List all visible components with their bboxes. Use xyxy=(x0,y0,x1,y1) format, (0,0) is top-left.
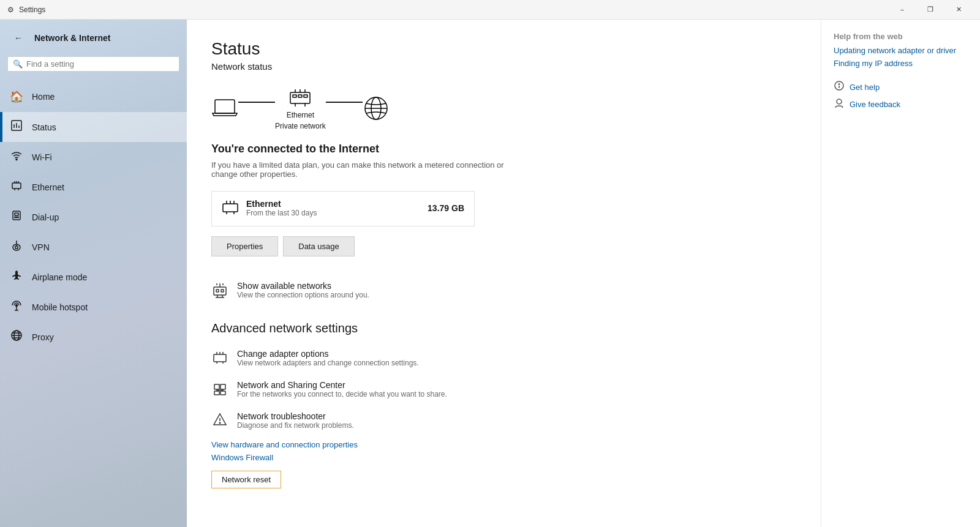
sidebar-item-proxy[interactable]: Proxy xyxy=(0,322,187,352)
sidebar-item-label-proxy: Proxy xyxy=(32,332,54,342)
home-label: Home xyxy=(32,92,55,102)
sharing-subtitle: For the networks you connect to, decide … xyxy=(237,390,447,398)
sidebar-item-label-status: Status xyxy=(32,122,56,132)
advanced-settings-heading: Advanced network settings xyxy=(211,321,796,335)
svg-rect-34 xyxy=(304,95,307,97)
network-reset-button[interactable]: Network reset xyxy=(211,471,281,488)
sharing-text: Network and Sharing Center For the netwo… xyxy=(237,380,447,398)
wifi-icon xyxy=(10,149,23,165)
data-amount: 13.79 GB xyxy=(428,203,464,213)
network-diagram: Ethernet Private network xyxy=(211,86,796,130)
help-web-section: Help from the web Updating network adapt… xyxy=(834,32,968,68)
ethernet-diagram-label: Ethernet xyxy=(287,111,314,119)
ethernet-small-icon xyxy=(222,199,239,217)
data-box-left: Ethernet From the last 30 days xyxy=(222,199,317,217)
windows-firewall-link[interactable]: Windows Firewall xyxy=(211,453,796,462)
troubleshooter-item[interactable]: Network troubleshooter Diagnose and fix … xyxy=(211,405,796,436)
svg-point-69 xyxy=(839,84,840,85)
svg-rect-5 xyxy=(12,183,21,189)
sidebar-item-dialup[interactable]: Dial-up xyxy=(0,202,187,232)
give-feedback-link[interactable]: Give feedback xyxy=(834,97,968,111)
show-networks-icon xyxy=(211,282,228,302)
data-box-header: Ethernet From the last 30 days 13.79 GB xyxy=(222,199,464,217)
svg-rect-32 xyxy=(293,95,296,97)
change-adapter-item[interactable]: Change adapter options View network adap… xyxy=(211,343,796,374)
sidebar-section-title: Network & Internet xyxy=(34,33,110,43)
page-title: Status xyxy=(211,39,796,59)
svg-point-4 xyxy=(16,159,17,160)
close-button[interactable]: ✕ xyxy=(944,0,973,20)
sidebar-item-status[interactable]: Status xyxy=(0,112,187,142)
search-input[interactable] xyxy=(26,59,174,69)
back-button[interactable]: ← xyxy=(10,29,27,47)
ethernet-device-icon xyxy=(288,86,312,108)
svg-point-14 xyxy=(16,217,17,218)
svg-rect-52 xyxy=(221,290,224,292)
diagram-globe xyxy=(363,95,390,122)
sidebar: ← Network & Internet 🔍 🏠 Home Status xyxy=(0,20,187,527)
svg-point-15 xyxy=(18,217,19,218)
adapter-icon xyxy=(211,350,228,368)
sidebar-item-airplane[interactable]: Airplane mode xyxy=(0,262,187,292)
sharing-center-item[interactable]: Network and Sharing Center For the netwo… xyxy=(211,374,796,405)
troubleshooter-title: Network troubleshooter xyxy=(237,411,354,421)
vpn-icon xyxy=(10,239,23,255)
data-box-sublabel: From the last 30 days xyxy=(246,209,317,217)
ethernet-diagram-sublabel: Private network xyxy=(275,122,326,130)
sidebar-item-label-airplane: Airplane mode xyxy=(32,272,87,282)
adapter-subtitle: View network adapters and change connect… xyxy=(237,359,419,367)
laptop-icon xyxy=(211,97,238,119)
updating-adapter-link[interactable]: Updating network adapter or driver xyxy=(834,46,968,55)
view-hardware-link[interactable]: View hardware and connection properties xyxy=(211,440,796,449)
troubleshooter-text: Network troubleshooter Diagnose and fix … xyxy=(237,411,354,430)
maximize-button[interactable]: ❐ xyxy=(916,0,944,20)
connected-subtext: If you have a limited data plan, you can… xyxy=(211,160,518,179)
svg-rect-62 xyxy=(221,391,225,395)
home-icon: 🏠 xyxy=(10,90,23,103)
give-feedback-label: Give feedback xyxy=(850,100,900,109)
svg-point-13 xyxy=(15,217,16,218)
dialup-icon xyxy=(10,209,23,225)
show-networks-text: Show available networks View the connect… xyxy=(237,281,369,299)
titlebar-controls: − ❐ ✕ xyxy=(888,0,973,20)
svg-rect-51 xyxy=(216,290,219,292)
right-panel: Help from the web Updating network adapt… xyxy=(821,20,980,527)
help-web-title: Help from the web xyxy=(834,32,968,41)
proxy-icon xyxy=(10,329,23,345)
svg-rect-59 xyxy=(214,384,219,389)
adapter-text: Change adapter options View network adap… xyxy=(237,349,419,367)
svg-rect-26 xyxy=(290,92,310,103)
get-help-link[interactable]: Get help xyxy=(834,80,968,94)
svg-rect-33 xyxy=(298,95,302,97)
hotspot-icon xyxy=(10,299,23,315)
airplane-icon xyxy=(10,269,23,285)
finding-ip-link[interactable]: Finding my IP address xyxy=(834,59,968,68)
svg-rect-44 xyxy=(214,287,226,295)
titlebar-left: ⚙ Settings xyxy=(7,6,45,14)
minimize-button[interactable]: − xyxy=(888,0,916,20)
svg-rect-12 xyxy=(15,213,18,215)
svg-rect-16 xyxy=(15,246,18,249)
properties-button[interactable]: Properties xyxy=(211,236,278,256)
data-usage-button[interactable]: Data usage xyxy=(283,236,355,256)
data-box-name: Ethernet xyxy=(246,199,317,209)
sidebar-item-home[interactable]: 🏠 Home xyxy=(0,81,187,112)
sidebar-item-vpn[interactable]: VPN xyxy=(0,232,187,262)
diagram-line-1 xyxy=(238,102,275,103)
sidebar-item-ethernet[interactable]: Ethernet xyxy=(0,172,187,202)
sidebar-item-label-hotspot: Mobile hotspot xyxy=(32,302,88,312)
diagram-laptop xyxy=(211,97,238,119)
show-networks-option[interactable]: Show available networks View the connect… xyxy=(211,274,796,309)
sidebar-header: ← Network & Internet xyxy=(0,20,187,51)
sidebar-item-label-wifi: Wi-Fi xyxy=(32,152,52,162)
sidebar-item-hotspot[interactable]: Mobile hotspot xyxy=(0,292,187,322)
settings-icon: ⚙ xyxy=(7,6,14,14)
sharing-title: Network and Sharing Center xyxy=(237,380,447,390)
svg-rect-38 xyxy=(223,204,238,212)
search-icon: 🔍 xyxy=(13,59,23,69)
svg-rect-53 xyxy=(214,354,226,362)
main-content: Status Network status xyxy=(187,20,821,527)
search-box[interactable]: 🔍 xyxy=(7,56,179,72)
sidebar-item-wifi[interactable]: Wi-Fi xyxy=(0,142,187,172)
troubleshooter-subtitle: Diagnose and fix network problems. xyxy=(237,421,354,430)
